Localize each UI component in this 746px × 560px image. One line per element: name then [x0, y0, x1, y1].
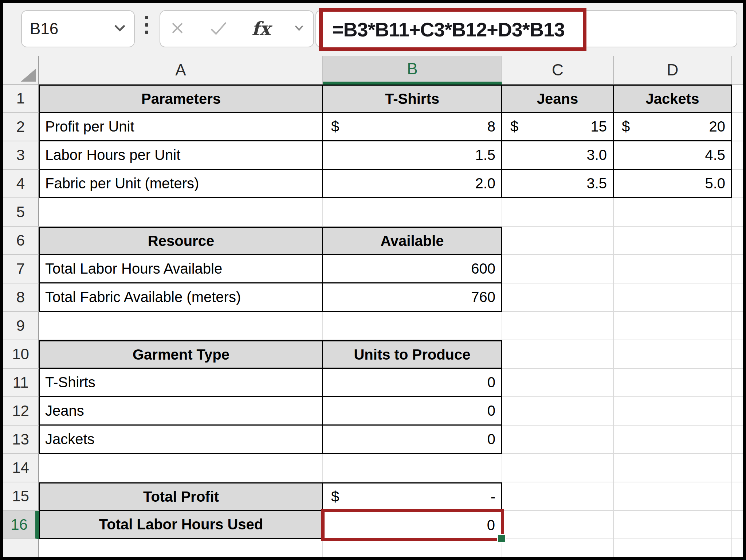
spreadsheet-grid: A B C D 1 2 3 4 5 6 7 8 9 10 11 12 13 14…: [3, 56, 743, 557]
cell-B8[interactable]: 760: [323, 283, 502, 312]
name-box-cell-reference[interactable]: B16: [30, 20, 58, 38]
cell-A13[interactable]: Jackets: [39, 426, 323, 454]
insert-function-icon[interactable]: fx: [252, 20, 270, 38]
cell-C1[interactable]: Jeans: [502, 85, 614, 113]
row-header-13[interactable]: 13: [3, 426, 39, 454]
formula-text[interactable]: =B3*B11+C3*B12+D3*B13: [332, 18, 565, 41]
select-all-triangle-icon: [21, 68, 36, 82]
name-box[interactable]: B16: [21, 10, 135, 47]
cell-value: -: [491, 489, 495, 505]
currency-symbol: $: [331, 118, 339, 135]
fx-chevron-down-icon[interactable]: [294, 24, 304, 33]
cell-C3[interactable]: 3.0: [502, 141, 614, 170]
cell-value: 15: [591, 118, 607, 135]
row-header-7[interactable]: 7: [3, 255, 39, 283]
cell-C4[interactable]: 3.5: [502, 170, 614, 198]
cell-A4[interactable]: Fabric per Unit (meters): [39, 170, 323, 198]
cell-B12[interactable]: 0: [323, 397, 502, 426]
row-header-14[interactable]: 14: [3, 454, 39, 482]
row-header-11[interactable]: 11: [3, 369, 39, 397]
cell-B1[interactable]: T-Shirts: [323, 85, 502, 113]
cell-A7[interactable]: Total Labor Hours Available: [39, 255, 323, 283]
cell-D3[interactable]: 4.5: [614, 141, 732, 170]
enter-check-icon[interactable]: [209, 20, 228, 37]
cell-A10[interactable]: Garment Type: [39, 340, 323, 369]
cell-B10[interactable]: Units to Produce: [323, 340, 502, 369]
cell-D4[interactable]: 5.0: [614, 170, 732, 198]
annotation-formula-highlight: =B3*B11+C3*B12+D3*B13: [319, 8, 586, 51]
row-header-3[interactable]: 3: [3, 141, 39, 170]
column-header-E-sliver[interactable]: [732, 56, 743, 85]
cell-B3[interactable]: 1.5: [323, 141, 502, 170]
currency-symbol: $: [510, 118, 518, 135]
cell-A6[interactable]: Resource: [39, 227, 323, 255]
kebab-separator-icon: [145, 16, 148, 34]
cell-B16-selected[interactable]: 0: [321, 509, 504, 541]
cell-value: 20: [709, 118, 726, 135]
chevron-down-icon[interactable]: [114, 23, 126, 34]
screenshot-frame: B16 fx =B3*B11+C3*B12+D3*B: [0, 0, 746, 560]
cell-C2[interactable]: $15: [502, 113, 614, 141]
excel-window: B16 fx =B3*B11+C3*B12+D3*B: [3, 3, 743, 557]
cell-B13[interactable]: 0: [323, 426, 502, 454]
row-header-6[interactable]: 6: [3, 227, 39, 255]
row-header-16[interactable]: 16: [3, 511, 39, 539]
cell-B7[interactable]: 600: [323, 255, 502, 283]
row-header-8[interactable]: 8: [3, 283, 39, 312]
column-header-B[interactable]: B: [323, 56, 502, 85]
row-header-1[interactable]: 1: [3, 85, 39, 113]
row-header-15[interactable]: 15: [3, 482, 39, 511]
row-header-10[interactable]: 10: [3, 340, 39, 369]
column-header-A[interactable]: A: [39, 56, 323, 85]
cell-B15[interactable]: $-: [323, 482, 502, 511]
cell-value: 8: [487, 118, 495, 135]
column-header-C[interactable]: C: [502, 56, 614, 85]
cell-A1[interactable]: Parameters: [39, 85, 323, 113]
cell-D2[interactable]: $20: [614, 113, 732, 141]
column-header-D[interactable]: D: [614, 56, 732, 85]
cell-A2[interactable]: Profit per Unit: [39, 113, 323, 141]
row-header-2[interactable]: 2: [3, 113, 39, 141]
cell-A8[interactable]: Total Fabric Available (meters): [39, 283, 323, 312]
cell-A11[interactable]: T-Shirts: [39, 369, 323, 397]
row-header-12[interactable]: 12: [3, 397, 39, 426]
cell-A12[interactable]: Jeans: [39, 397, 323, 426]
cell-D1[interactable]: Jackets: [614, 85, 732, 113]
cell-B6[interactable]: Available: [323, 227, 502, 255]
cancel-icon[interactable]: [170, 20, 185, 37]
cell-B2[interactable]: $8: [323, 113, 502, 141]
row-header-5[interactable]: 5: [3, 198, 39, 227]
cell-A3[interactable]: Labor Hours per Unit: [39, 141, 323, 170]
formula-bar: B16 fx =B3*B11+C3*B12+D3*B: [3, 3, 743, 56]
currency-symbol: $: [331, 489, 339, 505]
formula-controls: fx: [160, 10, 314, 47]
currency-symbol: $: [622, 118, 630, 135]
row-header-4[interactable]: 4: [3, 170, 39, 198]
cell-A15[interactable]: Total Profit: [39, 482, 323, 511]
cell-A16[interactable]: Total Labor Hours Used: [39, 511, 323, 539]
row-header-17-partial[interactable]: [3, 539, 39, 557]
select-all-button[interactable]: [3, 56, 39, 85]
cell-B11[interactable]: 0: [323, 369, 502, 397]
cell-B4[interactable]: 2.0: [323, 170, 502, 198]
row-header-9[interactable]: 9: [3, 312, 39, 340]
